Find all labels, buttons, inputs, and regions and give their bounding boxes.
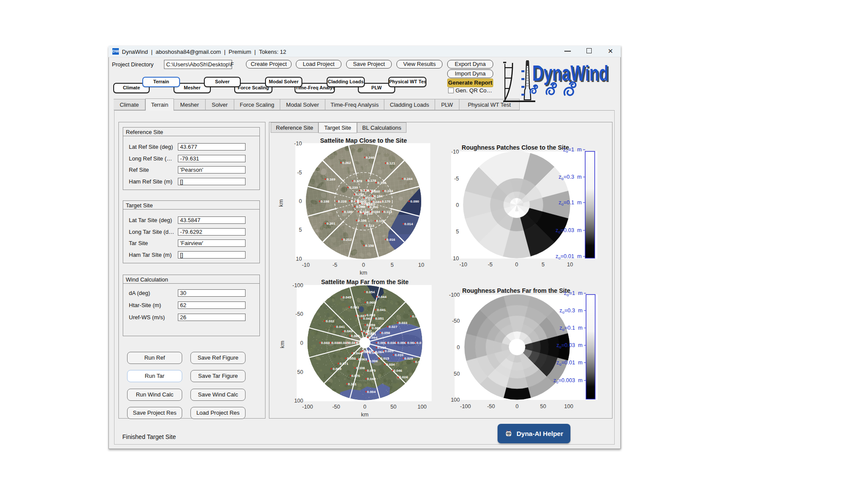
svg-text:10: 10 bbox=[418, 262, 424, 268]
svg-text:0.169: 0.169 bbox=[327, 177, 336, 181]
svg-text:50: 50 bbox=[297, 369, 303, 375]
svg-text:-10: -10 bbox=[459, 262, 467, 268]
svg-text:0.282: 0.282 bbox=[361, 202, 370, 206]
svg-text:0.244: 0.244 bbox=[404, 177, 413, 181]
svg-text:0.060: 0.060 bbox=[367, 301, 376, 305]
svg-text:km: km bbox=[360, 269, 367, 276]
svg-text:0.054: 0.054 bbox=[366, 290, 375, 294]
svg-text:0.033: 0.033 bbox=[399, 321, 408, 325]
svg-text:0.178: 0.178 bbox=[367, 179, 377, 183]
svg-text:0.045: 0.045 bbox=[340, 341, 349, 345]
svg-text:0.158: 0.158 bbox=[365, 244, 374, 248]
svg-text:0.198: 0.198 bbox=[321, 200, 330, 203]
svg-text:0.069: 0.069 bbox=[333, 367, 342, 371]
svg-text:0: 0 bbox=[515, 262, 518, 268]
svg-text:5: 5 bbox=[391, 262, 394, 268]
svg-text:0.262: 0.262 bbox=[342, 161, 351, 165]
svg-text:0.016: 0.016 bbox=[387, 238, 396, 242]
svg-text:0.133: 0.133 bbox=[364, 349, 373, 353]
svg-text:0.024: 0.024 bbox=[399, 375, 408, 379]
svg-text:0.273: 0.273 bbox=[365, 196, 374, 200]
svg-text:-50: -50 bbox=[452, 318, 460, 324]
svg-text:0: 0 bbox=[516, 403, 519, 409]
svg-text:0.0: 0.0 bbox=[416, 341, 422, 345]
svg-text:0.101: 0.101 bbox=[348, 382, 357, 386]
svg-text:0.186: 0.186 bbox=[344, 210, 353, 214]
svg-text:100: 100 bbox=[418, 404, 427, 410]
svg-text:0.03: 0.03 bbox=[415, 360, 422, 364]
svg-text:0.029: 0.029 bbox=[404, 357, 413, 360]
svg-text:-10: -10 bbox=[294, 141, 302, 147]
svg-text:0.053: 0.053 bbox=[347, 357, 356, 360]
svg-text:0: 0 bbox=[457, 344, 460, 350]
svg-text:0.032: 0.032 bbox=[326, 319, 335, 323]
svg-text:10: 10 bbox=[453, 255, 459, 262]
svg-text:0.010: 0.010 bbox=[395, 353, 404, 357]
svg-text:0.203: 0.203 bbox=[327, 222, 336, 226]
svg-text:km: km bbox=[278, 199, 284, 206]
svg-text:0.041: 0.041 bbox=[377, 308, 386, 312]
svg-text:0.117: 0.117 bbox=[376, 219, 385, 223]
svg-text:0.043: 0.043 bbox=[321, 341, 330, 345]
svg-text:-5: -5 bbox=[488, 262, 492, 268]
svg-text:0.008: 0.008 bbox=[377, 341, 387, 345]
svg-text:-5: -5 bbox=[332, 262, 337, 268]
svg-text:0.045: 0.045 bbox=[343, 295, 352, 299]
svg-text:0.041: 0.041 bbox=[350, 305, 360, 309]
svg-text:-100: -100 bbox=[460, 403, 471, 409]
svg-text:5: 5 bbox=[542, 262, 545, 268]
svg-text:0.044: 0.044 bbox=[353, 351, 362, 355]
svg-text:100: 100 bbox=[564, 403, 573, 409]
svg-text:10: 10 bbox=[296, 256, 302, 262]
svg-text:5: 5 bbox=[299, 227, 302, 233]
svg-text:0.170: 0.170 bbox=[382, 200, 391, 203]
svg-text:0: 0 bbox=[299, 198, 302, 204]
svg-text:-5: -5 bbox=[454, 176, 459, 182]
svg-text:0.006: 0.006 bbox=[369, 359, 378, 363]
svg-text:0.04: 0.04 bbox=[412, 314, 419, 318]
svg-text:0.258: 0.258 bbox=[355, 193, 364, 197]
svg-text:0.005: 0.005 bbox=[385, 349, 394, 353]
svg-text:0.027: 0.027 bbox=[389, 325, 398, 329]
svg-text:-10: -10 bbox=[302, 262, 310, 268]
svg-text:-50: -50 bbox=[295, 311, 303, 317]
svg-text:50: 50 bbox=[540, 403, 546, 409]
svg-text:0.049: 0.049 bbox=[367, 377, 376, 381]
svg-text:-100: -100 bbox=[292, 282, 303, 288]
svg-text:0.041: 0.041 bbox=[336, 325, 345, 329]
svg-text:0.121: 0.121 bbox=[387, 161, 396, 165]
svg-text:0.044: 0.044 bbox=[378, 295, 387, 299]
svg-text:0.075: 0.075 bbox=[367, 369, 376, 373]
svg-text:50: 50 bbox=[454, 371, 460, 377]
svg-text:0.036: 0.036 bbox=[387, 341, 396, 345]
svg-text:-100: -100 bbox=[449, 292, 460, 298]
svg-text:0: 0 bbox=[300, 340, 303, 346]
svg-text:0: 0 bbox=[456, 202, 459, 208]
svg-text:0.043: 0.043 bbox=[344, 329, 353, 333]
svg-text:Roughness Patches Far from the: Roughness Patches Far from the Site bbox=[462, 287, 570, 294]
svg-text:Sattelite Map Far from the Sit: Sattelite Map Far from the Site bbox=[321, 278, 409, 285]
svg-text:0.113: 0.113 bbox=[366, 224, 374, 228]
svg-text:0.156: 0.156 bbox=[377, 181, 387, 185]
svg-text:0.006: 0.006 bbox=[397, 341, 406, 345]
svg-text:0.014: 0.014 bbox=[404, 222, 413, 226]
svg-text:0.113: 0.113 bbox=[383, 210, 392, 214]
svg-text:10: 10 bbox=[567, 262, 573, 268]
svg-text:0.212: 0.212 bbox=[343, 238, 352, 242]
svg-text:0.060: 0.060 bbox=[351, 334, 360, 338]
svg-text:5: 5 bbox=[456, 229, 459, 235]
svg-text:100: 100 bbox=[294, 398, 303, 404]
svg-text:0.106: 0.106 bbox=[358, 219, 367, 223]
svg-text:0.184: 0.184 bbox=[374, 194, 383, 198]
svg-text:0.090: 0.090 bbox=[410, 200, 419, 203]
svg-text:0.004: 0.004 bbox=[367, 390, 376, 394]
svg-text:50: 50 bbox=[390, 404, 396, 410]
svg-text:0.184: 0.184 bbox=[371, 210, 380, 214]
svg-text:0: 0 bbox=[362, 262, 365, 268]
svg-text:0.076: 0.076 bbox=[351, 374, 360, 378]
svg-text:0.038: 0.038 bbox=[331, 341, 341, 345]
svg-text:Roughness Patches Close to the: Roughness Patches Close to the Site bbox=[462, 144, 569, 151]
svg-text:0.043: 0.043 bbox=[363, 317, 372, 321]
svg-text:-50: -50 bbox=[332, 404, 340, 410]
svg-text:km: km bbox=[361, 411, 368, 418]
